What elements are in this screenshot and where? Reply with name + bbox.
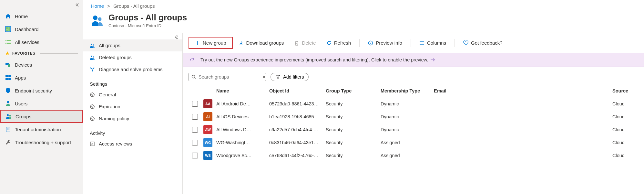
tools-icon bbox=[90, 67, 95, 72]
gear-icon bbox=[90, 104, 95, 109]
row-group-type: Security bbox=[326, 140, 381, 145]
row-checkbox[interactable] bbox=[192, 114, 198, 120]
col-header-group-type[interactable]: Group Type bbox=[326, 88, 381, 93]
sidebar-item-label: Users bbox=[15, 101, 27, 106]
table-row[interactable]: WG WG-Washingt… 0c831b46-0a64-43e1… Secu… bbox=[189, 136, 638, 149]
sidebar-item-label: Tenant administration bbox=[15, 127, 61, 132]
heart-icon bbox=[463, 40, 468, 46]
sidebar-item-endpoint-security[interactable]: Endpoint security bbox=[0, 84, 83, 97]
svg-point-44 bbox=[420, 41, 420, 42]
svg-point-39 bbox=[92, 118, 93, 119]
table-row[interactable]: AW All Windows D… c9a22d57-0cb4-4fc4-… S… bbox=[189, 123, 638, 136]
devices-icon bbox=[5, 62, 11, 68]
table-row[interactable]: WS Woodgrove Sc… ce768d61-44f2-476c-… Se… bbox=[189, 149, 638, 162]
svg-rect-1 bbox=[6, 27, 8, 29]
table-header-row: Name Object Id Group Type Membership Typ… bbox=[189, 84, 638, 97]
svg-rect-11 bbox=[8, 64, 10, 67]
col-header-object-id[interactable]: Object Id bbox=[269, 88, 326, 93]
midnav-item-label: General bbox=[99, 92, 116, 97]
midnav-diagnose[interactable]: Diagnose and solve problems bbox=[83, 63, 182, 75]
row-group-type: Security bbox=[326, 101, 381, 106]
list-icon bbox=[5, 39, 11, 45]
col-header-source[interactable]: Source bbox=[612, 88, 638, 93]
sidebar-item-home[interactable]: Home bbox=[0, 10, 83, 23]
midnav-all-groups[interactable]: All groups bbox=[83, 39, 182, 51]
preview-banner[interactable]: Try out the new Groups experience improv… bbox=[183, 53, 644, 67]
sidebar-item-users[interactable]: Users bbox=[0, 97, 83, 110]
midnav-item-label: Diagnose and solve problems bbox=[99, 67, 163, 72]
add-filters-button[interactable]: Add filters bbox=[271, 73, 309, 81]
columns-button[interactable]: Columns bbox=[415, 38, 451, 48]
row-source: Cloud bbox=[612, 140, 638, 145]
table-row[interactable]: AI All iOS Devices b1ea1928-19b8-4685… S… bbox=[189, 110, 638, 123]
row-checkbox[interactable] bbox=[192, 140, 198, 146]
svg-rect-7 bbox=[7, 42, 11, 42]
midnav-item-label: All groups bbox=[99, 43, 120, 48]
group-avatar: WG bbox=[203, 138, 212, 147]
toolbar-divider bbox=[359, 39, 360, 47]
sidebar-collapse-button[interactable] bbox=[0, 1, 83, 10]
mid-sidebar-collapse-button[interactable] bbox=[83, 33, 182, 39]
breadcrumb: Home > Groups - All groups bbox=[83, 0, 644, 11]
download-groups-button[interactable]: Download groups bbox=[234, 38, 289, 48]
groups-header-icon bbox=[91, 14, 103, 27]
new-group-button[interactable]: New group bbox=[189, 37, 233, 49]
row-checkbox[interactable] bbox=[192, 127, 198, 133]
midnav-expiration[interactable]: Expiration bbox=[83, 101, 182, 113]
svg-point-33 bbox=[94, 67, 95, 68]
row-name: Woodgrove Sc… bbox=[214, 153, 269, 158]
sidebar-item-devices[interactable]: Devices bbox=[0, 58, 83, 71]
sidebar-item-tenant-admin[interactable]: Tenant administration bbox=[0, 123, 83, 136]
clear-icon[interactable] bbox=[262, 75, 266, 79]
row-membership-type: Dynamic bbox=[381, 101, 434, 106]
group-avatar: WS bbox=[203, 151, 212, 160]
midnav-deleted-groups[interactable]: Deleted groups bbox=[83, 51, 182, 63]
col-header-membership[interactable]: Membership Type bbox=[381, 88, 434, 93]
svg-point-35 bbox=[92, 94, 93, 95]
row-membership-type: Dynamic bbox=[381, 114, 434, 119]
search-groups-box[interactable] bbox=[189, 73, 266, 81]
svg-rect-2 bbox=[8, 27, 10, 31]
sidebar-item-troubleshooting[interactable]: Troubleshooting + support bbox=[0, 136, 83, 149]
sidebar-item-label: Devices bbox=[15, 62, 32, 68]
sidebar-item-label: All services bbox=[15, 39, 39, 45]
info-icon bbox=[368, 40, 373, 46]
midnav-general[interactable]: General bbox=[83, 89, 182, 101]
svg-point-46 bbox=[420, 44, 420, 45]
plus-icon bbox=[195, 40, 200, 46]
row-name: WG-Washingt… bbox=[214, 140, 269, 145]
command-bar: New group Download groups Delete Refresh bbox=[183, 33, 644, 53]
sidebar-item-apps[interactable]: Apps bbox=[0, 71, 83, 84]
sidebar-item-dashboard[interactable]: Dashboard bbox=[0, 23, 83, 36]
midnav-item-label: Naming policy bbox=[99, 116, 129, 121]
svg-rect-9 bbox=[7, 43, 11, 44]
col-header-email[interactable]: Email bbox=[434, 88, 612, 93]
sidebar-item-groups[interactable]: Groups bbox=[0, 110, 83, 123]
row-checkbox[interactable] bbox=[192, 153, 198, 158]
feedback-button[interactable]: Got feedback? bbox=[459, 38, 507, 48]
page-subtitle: Contoso - Microsoft Entra ID bbox=[108, 23, 187, 28]
svg-point-27 bbox=[98, 17, 102, 21]
col-header-name[interactable]: Name bbox=[214, 88, 269, 93]
svg-point-31 bbox=[93, 56, 94, 58]
table-row[interactable]: AA All Android De… 05723da0-6861-4423… S… bbox=[189, 97, 638, 110]
midnav-access-reviews[interactable]: Access reviews bbox=[83, 138, 182, 150]
main-region: Home > Groups - All groups Groups - All … bbox=[83, 0, 644, 194]
row-checkbox[interactable] bbox=[192, 101, 198, 107]
sidebar-item-all-services[interactable]: All services bbox=[0, 36, 83, 48]
svg-rect-4 bbox=[5, 40, 6, 41]
group-avatar: AA bbox=[203, 99, 212, 108]
preview-info-button[interactable]: Preview info bbox=[363, 38, 407, 48]
svg-rect-43 bbox=[370, 43, 371, 44]
gear-icon bbox=[90, 116, 95, 121]
search-input[interactable] bbox=[199, 74, 260, 80]
breadcrumb-home-link[interactable]: Home bbox=[91, 3, 104, 9]
sidebar-item-label: Troubleshooting + support bbox=[15, 140, 71, 145]
row-group-type: Security bbox=[326, 114, 381, 119]
midnav-naming-policy[interactable]: Naming policy bbox=[83, 113, 182, 124]
toolbar-divider bbox=[411, 39, 411, 47]
refresh-button[interactable]: Refresh bbox=[322, 38, 356, 48]
svg-rect-14 bbox=[5, 78, 8, 80]
midnav-item-label: Expiration bbox=[99, 104, 120, 109]
svg-rect-3 bbox=[6, 29, 8, 31]
